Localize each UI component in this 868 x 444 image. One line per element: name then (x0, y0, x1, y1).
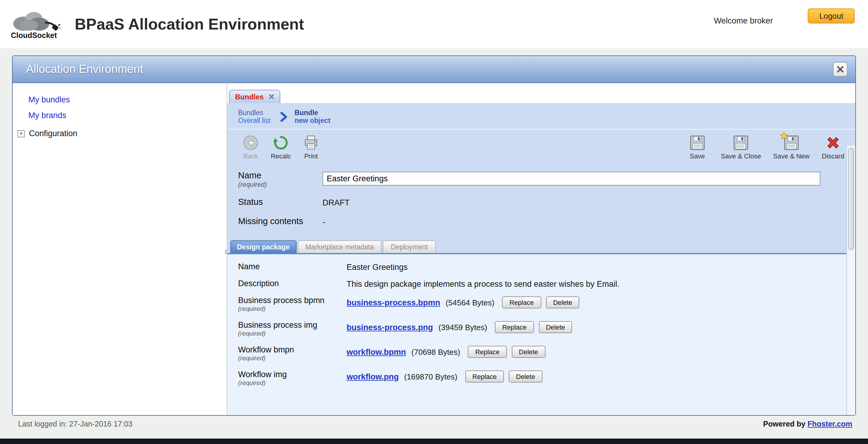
dp-workflow-img-label: Workflow img (238, 370, 347, 379)
delete-workflow-png-button[interactable]: Delete (509, 371, 542, 383)
logo-text: CloudSocket (11, 31, 57, 40)
tab-deployment[interactable]: Deployment (383, 241, 436, 253)
page: CloudSocket BPaaS Allocation Environment… (0, 0, 868, 444)
cloudsocket-logo: CloudSocket (10, 8, 67, 40)
save-new-label: Save & New (773, 152, 809, 160)
cloud-plug-icon (10, 8, 60, 34)
business-process-bpmn-size: (54564 Bytes) (446, 298, 495, 307)
workflow-bpmn-link[interactable]: workflow.bpmn (347, 347, 406, 356)
delete-workflow-bpmn-button[interactable]: Delete (512, 346, 546, 358)
breadcrumb-current-sub: new object (294, 117, 330, 125)
star-icon (780, 132, 787, 140)
breadcrumb-arrow-icon (280, 112, 287, 122)
powered-by-text: Powered by (763, 420, 805, 429)
tab-bundles[interactable]: Bundles (229, 90, 281, 103)
sidebar-item-my-brands[interactable]: My brands (28, 111, 227, 120)
detail-tabs: Design package Marketplace metadata Depl… (227, 241, 855, 253)
save-icon (689, 134, 706, 151)
fhoster-link[interactable]: Fhoster.com (807, 420, 852, 429)
sidebar: My bundles My brands + Configuration (13, 83, 227, 415)
dp-bp-img-label: Business process img (238, 320, 347, 329)
back-button[interactable]: Back (239, 134, 262, 160)
delete-business-process-png-button[interactable]: Delete (538, 321, 572, 333)
toolbar: Back Recalc (227, 129, 855, 163)
replace-workflow-png-button[interactable]: Replace (465, 371, 504, 383)
dp-row-description: Description This design package implemen… (227, 279, 846, 289)
name-required-note: (required) (238, 181, 322, 188)
print-icon (303, 134, 319, 151)
powered-by: Powered by Fhoster.com (763, 420, 852, 429)
dp-row-name: Name Easter Greetings (227, 262, 846, 272)
missing-contents-value: - (322, 216, 325, 226)
bundle-form: Name (required) Status DRAFT (227, 163, 855, 235)
form-row-status: Status DRAFT (233, 197, 855, 207)
print-button[interactable]: Print (300, 134, 322, 160)
dp-name-value: Easter Greetings (347, 262, 408, 272)
back-label: Back (244, 152, 258, 160)
save-button[interactable]: Save (686, 134, 709, 160)
sidebar-item-configuration[interactable]: + Configuration (18, 129, 227, 138)
dp-workflow-img-required: (required) (238, 379, 347, 386)
window-body: My bundles My brands + Configuration Bun… (13, 83, 855, 415)
vertical-scrollbar[interactable] (846, 146, 855, 415)
dp-row-business-process-img: Business process img (required) business… (227, 320, 846, 337)
save-close-icon (733, 134, 749, 151)
scrollbar-thumb[interactable] (848, 148, 854, 250)
business-process-bpmn-link[interactable]: business-process.bpmn (347, 298, 440, 307)
form-row-missing-contents: Missing contents - (233, 216, 855, 226)
save-new-button[interactable]: Save & New (773, 134, 809, 160)
dp-name-label: Name (238, 262, 347, 271)
toolbar-left: Back Recalc (239, 134, 330, 160)
recalc-icon (273, 134, 289, 151)
tab-marketplace-metadata[interactable]: Marketplace metadata (298, 241, 382, 253)
print-label: Print (304, 152, 318, 160)
content-area: Bundles Bundles Overall list (227, 83, 855, 415)
back-icon (242, 134, 259, 151)
breadcrumb-parent-sub: Overall list (238, 117, 270, 125)
breadcrumb-current-bundle[interactable]: Bundle new object (294, 109, 330, 125)
status-label: Status (238, 197, 322, 207)
discard-button[interactable]: Discard (822, 134, 844, 160)
close-icon (837, 66, 844, 73)
tab-close-icon[interactable] (269, 94, 275, 99)
delete-business-process-bpmn-button[interactable]: Delete (546, 296, 580, 309)
breadcrumb-parent-title: Bundles (238, 109, 270, 117)
dp-description-label: Description (238, 279, 347, 288)
breadcrumb-overall-list[interactable]: Bundles Overall list (238, 109, 270, 125)
toolbar-right: Save S (674, 134, 844, 160)
replace-workflow-bpmn-button[interactable]: Replace (468, 346, 507, 358)
discard-label: Discard (822, 152, 844, 160)
breadcrumb-current-title: Bundle (294, 109, 330, 117)
bundle-editor: Bundles Overall list Bundle new object (227, 103, 855, 415)
window-title: Allocation Environment (26, 63, 143, 76)
workflow-png-size: (169870 Bytes) (404, 372, 457, 381)
app-title: BPaaS Allocation Environment (75, 15, 304, 33)
expand-icon[interactable]: + (18, 130, 25, 137)
sidebar-item-my-bundles[interactable]: My bundles (28, 95, 227, 104)
save-close-label: Save & Close (721, 152, 761, 160)
breadcrumb: Bundles Overall list Bundle new object (227, 103, 855, 129)
recalc-button[interactable]: Recalc (270, 134, 292, 160)
replace-business-process-png-button[interactable]: Replace (495, 321, 534, 333)
logout-button[interactable]: Logout (808, 8, 855, 24)
recalc-label: Recalc (271, 152, 291, 160)
header-right: Welcome broker Logout (714, 0, 855, 48)
save-close-button[interactable]: Save & Close (721, 134, 761, 160)
dp-workflow-bpmn-label: Workflow bmpn (238, 345, 347, 354)
name-input[interactable] (322, 172, 820, 186)
status-value: DRAFT (322, 197, 350, 207)
dp-bp-img-required: (required) (238, 329, 347, 337)
name-label: Name (238, 170, 322, 180)
dp-row-workflow-bpmn: Workflow bmpn (required) workflow.bpmn (… (227, 345, 846, 361)
form-row-name: Name (required) (233, 170, 855, 188)
workflow-png-link[interactable]: workflow.png (347, 372, 399, 381)
business-process-png-size: (39459 Bytes) (438, 323, 487, 331)
page-footer: Last logged in: 27-Jan-2016 17:03 Powere… (0, 420, 868, 429)
discard-icon (825, 134, 841, 151)
replace-business-process-bpmn-button[interactable]: Replace (502, 296, 541, 309)
tab-design-package[interactable]: Design package (230, 241, 296, 253)
dp-bp-bpmn-label: Business process bpmn (238, 296, 347, 305)
business-process-png-link[interactable]: business-process.png (347, 323, 433, 331)
window-close-button[interactable] (833, 62, 847, 76)
last-login-text: Last logged in: 27-Jan-2016 17:03 (18, 420, 132, 429)
